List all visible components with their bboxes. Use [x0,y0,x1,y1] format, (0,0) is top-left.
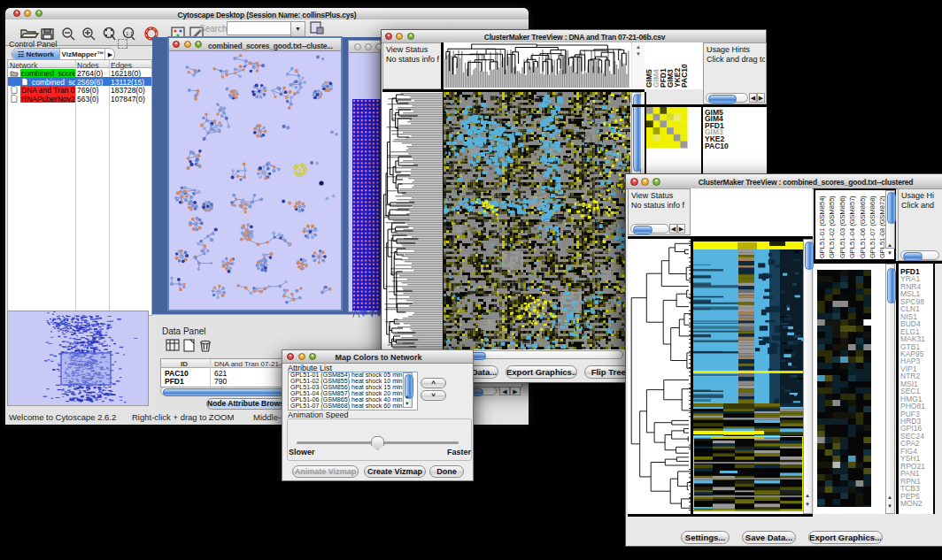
svg-text:GPL51-03 (GSM856): GPL51-03 (GSM856) [838,196,846,258]
svg-text:PAC10: PAC10 [680,64,689,88]
svg-text:GPL51-04 (GSM857): GPL51-04 (GSM857) [848,196,856,258]
svg-text:GPL51-06 (GSM865): GPL51-06 (GSM865) [859,196,867,258]
svg-text:1:1: 1:1 [126,31,134,36]
svg-text:GPL51-01 (GSM854): GPL51-01 (GSM854) [818,196,826,258]
svg-text:GPL51-07 (GSM868): GPL51-07 (GSM868) [869,196,876,258]
svg-text:GPL51-02 (GSM855): GPL51-02 (GSM855) [828,196,836,258]
